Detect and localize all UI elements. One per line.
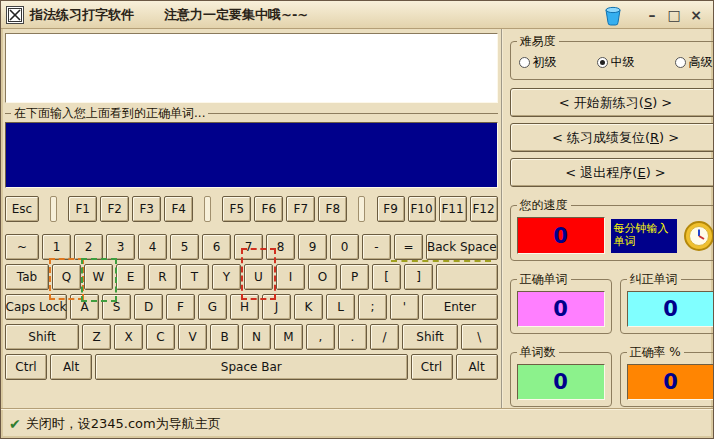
keyboard-row-6: CtrlAltSpace BarCtrlAlt	[5, 354, 498, 380]
minimize-button[interactable]: –	[643, 6, 661, 24]
start-new-practice-button[interactable]: < 开始新练习(S) >	[510, 88, 713, 117]
key-k[interactable]: K	[294, 294, 323, 320]
radio-advanced[interactable]: 高级	[675, 54, 713, 71]
radio-circle-intermediate[interactable]	[597, 57, 608, 68]
key-i[interactable]: I	[276, 264, 305, 290]
corrected-words-value: 0	[627, 291, 713, 327]
key-ctrl[interactable]: Ctrl	[411, 354, 453, 380]
key-l[interactable]: L	[326, 294, 355, 320]
key-f8[interactable]: F8	[318, 196, 347, 222]
key-8[interactable]: 8	[266, 234, 295, 260]
key-symbol[interactable]: .	[338, 324, 367, 350]
keyboard-row-2: ~1234567890-=Back Space	[5, 234, 498, 260]
key-alt[interactable]: Alt	[456, 354, 498, 380]
key-5[interactable]: 5	[170, 234, 199, 260]
radio-circle-beginner[interactable]	[519, 57, 530, 68]
key-y[interactable]: Y	[212, 264, 241, 290]
key-g[interactable]: G	[198, 294, 227, 320]
key-symbol[interactable]: /	[370, 324, 399, 350]
speed-unit-label: 每分钟输入单词	[611, 219, 677, 253]
key-3[interactable]: 3	[106, 234, 135, 260]
key-f5[interactable]: F5	[222, 196, 251, 222]
key-ctrl[interactable]: Ctrl	[5, 354, 47, 380]
key-d[interactable]: D	[134, 294, 163, 320]
key-esc[interactable]: Esc	[5, 196, 39, 222]
radio-circle-advanced[interactable]	[675, 57, 686, 68]
key-f6[interactable]: F6	[254, 196, 283, 222]
maximize-button[interactable]: □	[665, 6, 683, 24]
key-f4[interactable]: F4	[164, 196, 193, 222]
key-f7[interactable]: F7	[286, 196, 315, 222]
close-button[interactable]: ×	[687, 6, 705, 24]
key-symbol[interactable]: ]	[404, 264, 433, 290]
difficulty-group: 难易度 初级中级高级	[510, 33, 713, 80]
key-u[interactable]: U	[244, 264, 273, 290]
key-4[interactable]: 4	[138, 234, 167, 260]
key-symbol[interactable]: \	[461, 324, 498, 350]
key-e[interactable]: E	[116, 264, 145, 290]
key-symbol[interactable]: ;	[358, 294, 387, 320]
key-symbol[interactable]: ~	[5, 234, 39, 260]
key-f12[interactable]: F12	[470, 196, 498, 222]
key-x[interactable]: X	[114, 324, 143, 350]
key-alt[interactable]: Alt	[50, 354, 92, 380]
key-b[interactable]: B	[210, 324, 239, 350]
key-tab[interactable]: Tab	[5, 264, 49, 290]
key-f1[interactable]: F1	[68, 196, 97, 222]
accuracy-value: 0	[627, 364, 713, 400]
key-f3[interactable]: F3	[132, 196, 161, 222]
word-display	[5, 33, 498, 103]
key-2[interactable]: 2	[74, 234, 103, 260]
stat-row-1: 正确单词 0 纠正单词 0	[510, 271, 713, 334]
key-j[interactable]: J	[262, 294, 291, 320]
key-z[interactable]: Z	[82, 324, 111, 350]
key-symbol[interactable]: -	[362, 234, 391, 260]
key-9[interactable]: 9	[298, 234, 327, 260]
speed-legend: 您的速度	[517, 197, 571, 214]
key-f10[interactable]: F10	[408, 196, 436, 222]
key-a[interactable]: A	[70, 294, 99, 320]
key-7[interactable]: 7	[234, 234, 263, 260]
key-space-bar[interactable]: Space Bar	[95, 354, 408, 380]
key-enter[interactable]: Enter	[422, 294, 498, 320]
key-m[interactable]: M	[274, 324, 303, 350]
key-s[interactable]: S	[102, 294, 131, 320]
key-h[interactable]: H	[230, 294, 259, 320]
reset-score-button[interactable]: < 练习成绩复位(R) >	[510, 123, 713, 152]
key-shift[interactable]: Shift	[402, 324, 458, 350]
blue-cup-icon[interactable]	[601, 3, 625, 27]
key-v[interactable]: V	[178, 324, 207, 350]
key-o[interactable]: O	[308, 264, 337, 290]
key-0[interactable]: 0	[330, 234, 359, 260]
key-q[interactable]: Q	[52, 264, 81, 290]
key-6[interactable]: 6	[202, 234, 231, 260]
key-r[interactable]: R	[148, 264, 177, 290]
key-c[interactable]: C	[146, 324, 175, 350]
radio-intermediate[interactable]: 中级	[597, 54, 635, 71]
key-p[interactable]: P	[340, 264, 369, 290]
key-t[interactable]: T	[180, 264, 209, 290]
key-f9[interactable]: F9	[377, 196, 405, 222]
key-f2[interactable]: F2	[100, 196, 129, 222]
key-w[interactable]: W	[84, 264, 113, 290]
title-bar: 指法练习打字软件 注意力一定要集中哦~-~ – □ ×	[1, 1, 713, 29]
radio-label-beginner: 初级	[533, 54, 557, 71]
homepage-checkbox[interactable]: ✔	[9, 416, 21, 432]
key-f[interactable]: F	[166, 294, 195, 320]
key-1[interactable]: 1	[42, 234, 71, 260]
difficulty-legend: 难易度	[517, 33, 559, 50]
key-symbol[interactable]: =	[394, 234, 423, 260]
radio-beginner[interactable]: 初级	[519, 54, 557, 71]
key-blank[interactable]	[436, 264, 498, 290]
key-back-space[interactable]: Back Space	[426, 234, 498, 260]
key-n[interactable]: N	[242, 324, 271, 350]
exit-program-button[interactable]: < 退出程序(E) >	[510, 158, 713, 187]
key-symbol[interactable]: ,	[306, 324, 335, 350]
key-symbol[interactable]: '	[390, 294, 419, 320]
key-caps-lock[interactable]: Caps Lock	[5, 294, 67, 320]
key-shift[interactable]: Shift	[5, 324, 79, 350]
key-f11[interactable]: F11	[439, 196, 467, 222]
typing-input[interactable]	[5, 122, 498, 188]
key-symbol[interactable]: [	[372, 264, 401, 290]
word-count-group: 单词数 0	[510, 344, 612, 407]
